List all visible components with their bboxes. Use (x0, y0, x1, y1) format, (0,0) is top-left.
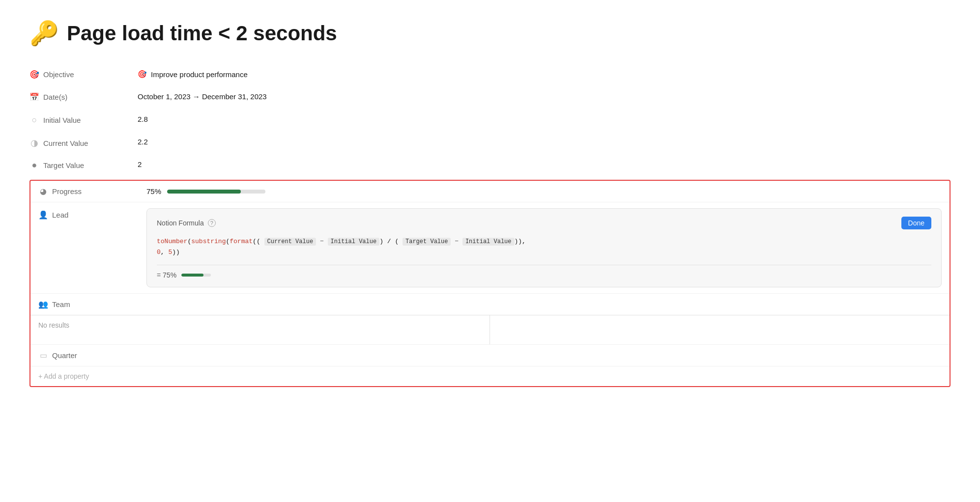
progress-container: 75% (146, 187, 265, 195)
progress-label-cell: ◕ Progress (38, 187, 146, 196)
prop-initial-value: Initial Value (328, 238, 380, 246)
formula-result: = 75% (157, 265, 931, 279)
result-label-text: = 75% (157, 271, 176, 279)
target-value-value: 2 (138, 160, 951, 168)
prop-target-value: Target Value (403, 238, 451, 246)
no-results-row: No results (30, 315, 950, 344)
done-button[interactable]: Done (901, 217, 931, 229)
current-value-row: ◑ Current Value 2.2 (29, 133, 951, 155)
initial-value-label: Initial Value (43, 116, 81, 124)
fn-format: format (230, 238, 253, 245)
objective-icon: 🎯 (29, 70, 39, 79)
current-value-icon: ◑ (29, 138, 39, 148)
progress-percent-text: 75% (146, 187, 161, 195)
quarter-label: Quarter (52, 351, 77, 360)
page-title: Page load time < 2 seconds (67, 22, 337, 45)
formula-help-icon[interactable]: ? (208, 219, 216, 227)
quarter-row: ▭ Quarter (30, 344, 950, 366)
objective-value-text: Improve product performance (151, 70, 248, 79)
add-property-label[interactable]: + Add a property (38, 372, 89, 380)
key-icon: 🔑 (29, 20, 59, 47)
no-results-empty-cell (490, 315, 950, 344)
progress-row: ◕ Progress 75% (30, 181, 950, 202)
progress-icon: ◕ (38, 187, 48, 196)
result-bar-fill (181, 274, 203, 277)
initial-value-label-cell: ○ Initial Value (29, 115, 138, 125)
current-value-value: 2.2 (138, 138, 951, 146)
current-value-text: 2.2 (138, 138, 148, 146)
initial-value-row: ○ Initial Value 2.8 (29, 110, 951, 133)
lead-row: 👤 Lead Notion Formula ? Done toNumber(su… (30, 202, 950, 293)
formula-label: Notion Formula ? (157, 219, 216, 227)
progress-bar-track (167, 190, 265, 194)
lead-label-cell: 👤 Lead (38, 208, 146, 220)
team-label: Team (52, 300, 70, 308)
current-value-label: Current Value (43, 139, 88, 147)
target-value-text: 2 (138, 160, 142, 168)
dates-value: October 1, 2023 → December 31, 2023 (138, 92, 951, 101)
lead-label: Lead (52, 211, 68, 219)
page-title-row: 🔑 Page load time < 2 seconds (29, 20, 951, 47)
no-results-text: No results (38, 321, 69, 329)
lead-icon: 👤 (38, 210, 48, 220)
objective-value: 🎯 Improve product performance (138, 70, 951, 79)
objective-label: Objective (43, 70, 74, 79)
fn-toNumber: toNumber (157, 238, 187, 245)
initial-value-value: 2.8 (138, 115, 951, 123)
initial-value-icon: ○ (29, 115, 39, 125)
objective-value-icon: 🎯 (138, 70, 147, 79)
target-value-label: Target Value (43, 161, 84, 169)
team-row: 👥 Team (30, 293, 950, 315)
team-label-cell: 👥 Team (38, 300, 146, 309)
add-property-label-cell[interactable]: + Add a property (38, 372, 146, 380)
objective-label-cell: 🎯 Objective (29, 70, 138, 79)
quarter-icon: ▭ (38, 351, 48, 360)
target-value-label-cell: ● Target Value (29, 160, 138, 170)
quarter-label-cell: ▭ Quarter (38, 351, 146, 360)
formula-label-text: Notion Formula (157, 219, 204, 227)
dates-label: Date(s) (43, 93, 67, 101)
result-bar-track (181, 274, 211, 277)
highlighted-section: ◕ Progress 75% 👤 Lead (29, 180, 951, 387)
no-results-cell: No results (30, 315, 490, 344)
progress-value-cell: 75% (146, 187, 942, 195)
calendar-icon: 📅 (29, 92, 39, 102)
target-value-icon: ● (29, 160, 39, 170)
dates-value-text: October 1, 2023 → December 31, 2023 (138, 92, 267, 101)
progress-label: Progress (52, 187, 82, 195)
formula-code: toNumber(substring(format(( Current Valu… (157, 236, 931, 258)
dates-label-cell: 📅 Date(s) (29, 92, 138, 102)
prop-current-value: Current Value (264, 238, 317, 246)
progress-bar-fill (167, 190, 241, 194)
target-value-row: ● Target Value 2 (29, 155, 951, 178)
team-icon: 👥 (38, 300, 48, 309)
dates-row: 📅 Date(s) October 1, 2023 → December 31,… (29, 87, 951, 110)
prop-initial-value-2: Initial Value (462, 238, 515, 246)
add-property-row[interactable]: + Add a property (30, 366, 950, 386)
properties-list: 🎯 Objective 🎯 Improve product performanc… (29, 65, 951, 387)
formula-header: Notion Formula ? Done (157, 217, 931, 229)
formula-popup: Notion Formula ? Done toNumber(substring… (146, 208, 942, 287)
fn-numbers: 0 (157, 249, 161, 256)
initial-value-text: 2.8 (138, 115, 148, 123)
fn-substring: substring (191, 238, 226, 245)
current-value-label-cell: ◑ Current Value (29, 138, 138, 148)
objective-row: 🎯 Objective 🎯 Improve product performanc… (29, 65, 951, 87)
